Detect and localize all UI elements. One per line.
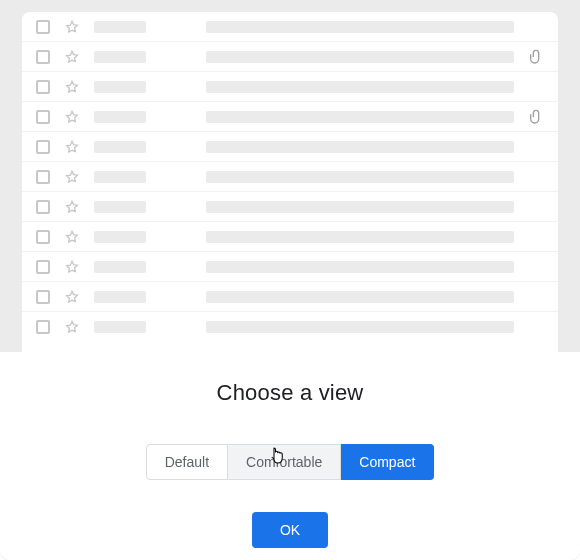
star-icon[interactable] — [64, 169, 80, 185]
mail-row[interactable] — [22, 312, 558, 342]
checkbox[interactable] — [36, 200, 50, 214]
mail-list — [22, 12, 558, 352]
dialog-title: Choose a view — [217, 380, 364, 406]
mail-row[interactable] — [22, 282, 558, 312]
checkbox[interactable] — [36, 290, 50, 304]
subject-placeholder — [206, 21, 514, 33]
checkbox[interactable] — [36, 20, 50, 34]
subject-placeholder — [206, 261, 514, 273]
checkbox[interactable] — [36, 110, 50, 124]
checkbox[interactable] — [36, 50, 50, 64]
star-icon[interactable] — [64, 19, 80, 35]
mail-row[interactable] — [22, 252, 558, 282]
subject-placeholder — [206, 231, 514, 243]
subject-placeholder — [206, 201, 514, 213]
sender-placeholder — [94, 231, 146, 243]
view-option-group: Default Comfortable Compact — [146, 444, 435, 480]
mail-row[interactable] — [22, 12, 558, 42]
view-option-compact[interactable]: Compact — [341, 444, 434, 480]
density-dialog: Choose a view Default Comfortable Compac… — [0, 0, 580, 560]
sender-placeholder — [94, 201, 146, 213]
sender-placeholder — [94, 291, 146, 303]
preview-area — [0, 0, 580, 352]
mail-row[interactable] — [22, 162, 558, 192]
star-icon[interactable] — [64, 319, 80, 335]
mail-row[interactable] — [22, 42, 558, 72]
ok-button[interactable]: OK — [252, 512, 328, 548]
checkbox[interactable] — [36, 80, 50, 94]
star-icon[interactable] — [64, 49, 80, 65]
star-icon[interactable] — [64, 229, 80, 245]
mail-row[interactable] — [22, 72, 558, 102]
sender-placeholder — [94, 111, 146, 123]
checkbox[interactable] — [36, 140, 50, 154]
sender-placeholder — [94, 261, 146, 273]
subject-placeholder — [206, 321, 514, 333]
dialog-controls: Choose a view Default Comfortable Compac… — [0, 352, 580, 560]
star-icon[interactable] — [64, 79, 80, 95]
subject-placeholder — [206, 141, 514, 153]
mail-row[interactable] — [22, 222, 558, 252]
star-icon[interactable] — [64, 259, 80, 275]
star-icon[interactable] — [64, 109, 80, 125]
sender-placeholder — [94, 21, 146, 33]
checkbox[interactable] — [36, 260, 50, 274]
checkbox[interactable] — [36, 170, 50, 184]
checkbox[interactable] — [36, 230, 50, 244]
view-option-comfortable[interactable]: Comfortable — [228, 444, 341, 480]
sender-placeholder — [94, 51, 146, 63]
sender-placeholder — [94, 171, 146, 183]
subject-placeholder — [206, 81, 514, 93]
sender-placeholder — [94, 321, 146, 333]
star-icon[interactable] — [64, 139, 80, 155]
attachment-icon — [528, 49, 544, 65]
checkbox[interactable] — [36, 320, 50, 334]
mail-row[interactable] — [22, 132, 558, 162]
mail-row[interactable] — [22, 102, 558, 132]
subject-placeholder — [206, 291, 514, 303]
mail-row[interactable] — [22, 192, 558, 222]
star-icon[interactable] — [64, 289, 80, 305]
sender-placeholder — [94, 141, 146, 153]
star-icon[interactable] — [64, 199, 80, 215]
sender-placeholder — [94, 81, 146, 93]
subject-placeholder — [206, 111, 514, 123]
attachment-icon — [528, 109, 544, 125]
subject-placeholder — [206, 171, 514, 183]
view-option-default[interactable]: Default — [146, 444, 228, 480]
subject-placeholder — [206, 51, 514, 63]
